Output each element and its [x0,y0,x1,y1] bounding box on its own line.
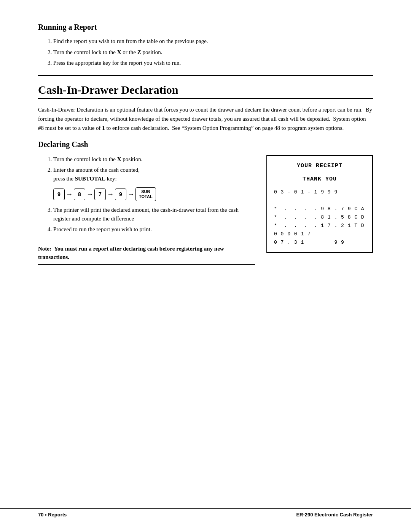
two-column-layout: Turn the control lock to the X position.… [38,155,373,265]
section-divider [38,75,373,76]
arrow-4: → [127,189,134,200]
receipt-line-1: * . . . . 9 8 . 7 9 C A [274,205,365,213]
page: Running a Report Find the report you wis… [0,0,411,532]
note-text: Note: You must run a report after declar… [38,244,255,265]
receipt-line-blank [274,197,365,205]
key-row: 9 → 8 → 7 → 9 → SUBTOTAL [53,187,255,201]
receipt-box: YOUR RECEIPT THANK YOU 0 3 - 0 1 - 1 9 9… [266,155,373,253]
declare-step-3: The printer will print the declared amou… [53,206,255,223]
footer: 70 • Reports ER-290 Electronic Cash Regi… [0,508,411,521]
declaring-cash-steps: Turn the control lock to the X position.… [53,155,255,234]
left-column: Turn the control lock to the X position.… [38,155,255,265]
receipt-header-line1: YOUR RECEIPT [274,161,365,171]
declare-step-4: Proceed to run the report you wish to pr… [53,225,255,234]
declaring-cash-title: Declaring Cash [38,140,373,149]
receipt-line-2: * . . . . 8 1 . 5 8 C D [274,213,365,222]
footer-left: 70 • Reports [38,512,67,518]
receipt-line-4: 0 0 0 0 1 7 [274,230,365,238]
key-8: 8 [74,189,85,200]
arrow-1: → [66,189,73,200]
receipt-line-5: 0 7 . 3 1 9 9 [274,238,365,247]
receipt-content: 0 3 - 0 1 - 1 9 9 9 * . . . . 9 8 . 7 9 … [274,188,365,247]
declare-step-2: Enter the amount of the cash counted,pre… [53,166,255,201]
receipt-header-line2: THANK YOU [274,174,365,184]
key-9-2: 9 [115,189,126,200]
step-1: Find the report you wish to run from the… [53,37,373,46]
running-report-title: Running a Report [38,23,373,32]
arrow-3: → [107,189,114,200]
step-2: Turn the control lock to the X or the Z … [53,48,373,57]
receipt-line-date: 0 3 - 0 1 - 1 9 9 9 [274,188,365,197]
cash-in-drawer-body: Cash-In-Drawer Declaration is an optiona… [38,105,373,133]
declare-step-1: Turn the control lock to the X position. [53,155,255,164]
key-7: 7 [94,189,106,200]
arrow-2: → [86,189,93,200]
main-section-title: Cash-In-Drawer Declaration [38,83,373,99]
footer-right: ER-290 Electronic Cash Register [296,512,373,518]
step-3: Press the appropriate key for the report… [53,59,373,67]
right-column: YOUR RECEIPT THANK YOU 0 3 - 0 1 - 1 9 9… [266,155,373,253]
running-report-steps: Find the report you wish to run from the… [53,37,373,67]
receipt-line-3: * . . . . 1 7 . 2 1 T D [274,222,365,230]
subtotal-key: SUBTOTAL [135,187,156,201]
key-9-1: 9 [53,189,65,200]
